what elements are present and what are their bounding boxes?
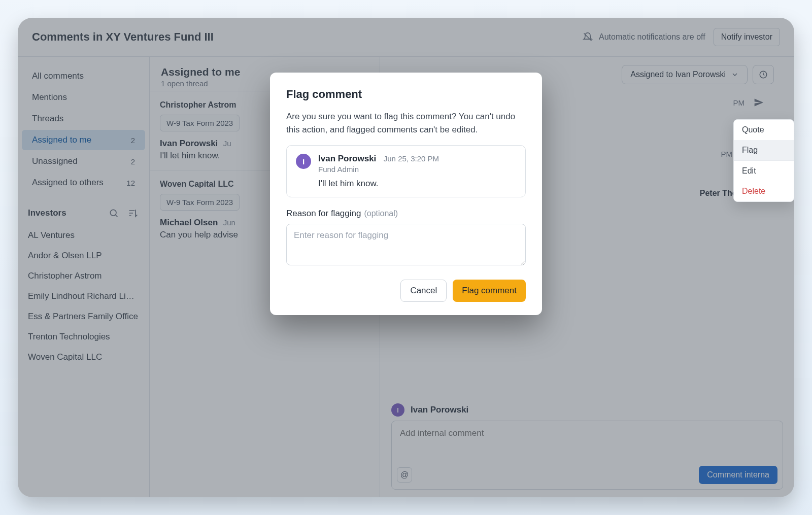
cancel-button[interactable]: Cancel bbox=[400, 280, 447, 302]
modal-confirm-text: Are you sure you want to flag this comme… bbox=[286, 110, 526, 136]
menu-item-quote[interactable]: Quote bbox=[734, 120, 794, 140]
modal-title: Flag comment bbox=[286, 88, 526, 101]
quoted-role: Fund Admin bbox=[318, 165, 439, 174]
flag-comment-button[interactable]: Flag comment bbox=[453, 280, 526, 302]
comment-context-menu: Quote Flag Edit Delete bbox=[733, 119, 794, 202]
menu-item-flag[interactable]: Flag bbox=[734, 140, 794, 160]
avatar: I bbox=[296, 154, 311, 169]
reason-label: Reason for flagging(optional) bbox=[286, 209, 526, 219]
menu-item-delete[interactable]: Delete bbox=[734, 181, 794, 201]
quoted-comment: I Ivan Porowski Jun 25, 3:20 PM Fund Adm… bbox=[286, 145, 526, 197]
quoted-timestamp: Jun 25, 3:20 PM bbox=[384, 154, 439, 163]
flag-comment-modal: Flag comment Are you sure you want to fl… bbox=[270, 73, 542, 315]
menu-item-edit[interactable]: Edit bbox=[734, 161, 794, 181]
quoted-body: I'll let him know. bbox=[318, 179, 439, 189]
reason-textarea[interactable] bbox=[286, 224, 526, 265]
quoted-author: Ivan Porowski bbox=[318, 154, 376, 163]
